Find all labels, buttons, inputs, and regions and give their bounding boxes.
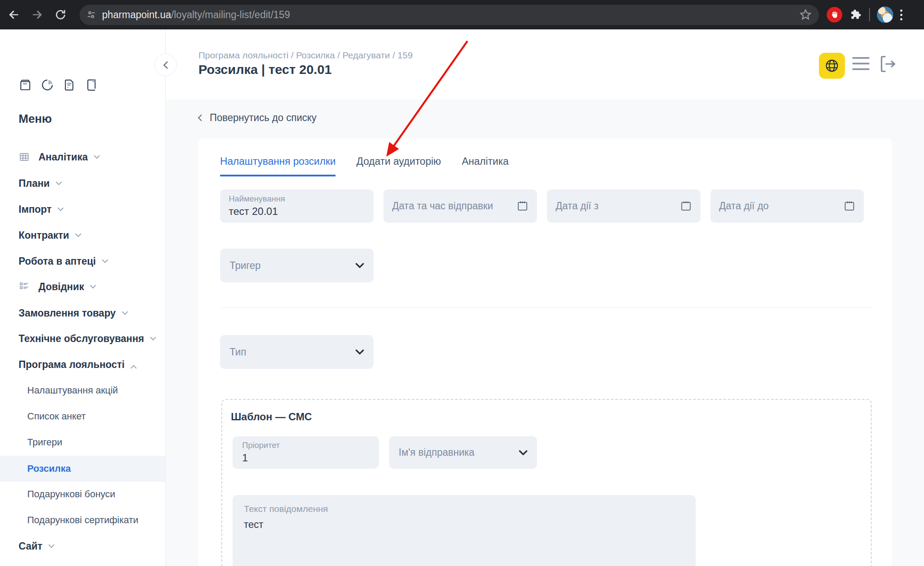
priority-field[interactable]: Пріоритет 1 <box>233 436 379 469</box>
sidebar-item-contracts[interactable]: Контракти <box>0 222 165 248</box>
hand-stop-icon <box>830 10 839 19</box>
logout-icon <box>877 54 898 74</box>
browser-menu-icon[interactable] <box>900 10 902 20</box>
sms-template-heading: Шаблон — СМС <box>231 411 312 423</box>
browser-reload-button[interactable] <box>51 5 70 24</box>
priority-field-label: Пріоритет <box>242 441 369 450</box>
page-title: Розсилка | тест 20.01 <box>198 62 332 77</box>
sender-name-select[interactable]: Ім'я відправника <box>389 436 537 469</box>
globe-icon <box>824 58 840 74</box>
message-text-value: тест <box>244 519 684 531</box>
sidebar-item-gift-certificates[interactable]: Подарункові сертифікати <box>0 507 165 533</box>
chevron-down-icon <box>56 179 62 185</box>
sidebar-item-loyalty-program[interactable]: Програма лояльності <box>0 352 165 377</box>
logout-button[interactable] <box>877 54 898 74</box>
date-to-field[interactable]: Дата дії до <box>710 189 864 223</box>
chevron-down-icon <box>355 349 364 355</box>
sidebar-item-import[interactable]: Імпорт <box>0 196 165 222</box>
sidebar-item-analytics[interactable]: Аналітика <box>0 144 165 170</box>
url-text: pharmapoint.ua/loyalty/mailing-list/edit… <box>102 9 799 21</box>
chevron-left-icon <box>198 115 205 122</box>
collapse-sidebar-button[interactable] <box>154 54 177 76</box>
sidebar-item-gift-bonuses[interactable]: Подарункові бонуси <box>0 481 165 507</box>
chevron-left-icon <box>163 61 171 69</box>
chevron-down-icon <box>90 282 96 288</box>
sidebar-item-maintenance[interactable]: Технічне обслуговування <box>0 326 165 352</box>
list-icon <box>19 281 30 292</box>
chevron-down-icon <box>355 263 364 268</box>
back-to-list-link[interactable]: Повернутись до списку <box>199 112 317 124</box>
section-divider <box>220 307 872 308</box>
sidebar-item-directory[interactable]: Довідник <box>0 274 165 300</box>
chevron-down-icon <box>94 153 100 159</box>
reload-icon <box>54 9 67 21</box>
site-info-icon[interactable] <box>86 9 97 20</box>
chevron-down-icon <box>48 542 54 548</box>
sidebar-item-triggers[interactable]: Тригери <box>0 429 165 455</box>
extensions-icon[interactable] <box>849 8 862 21</box>
table-grid-icon <box>19 151 30 163</box>
archive-box-icon[interactable] <box>19 78 32 92</box>
browser-forward-button[interactable] <box>28 5 47 24</box>
sidebar: Меню Аналітика Плани Імпорт Контракти Ро… <box>0 29 166 566</box>
trigger-select[interactable]: Тригер <box>220 249 374 282</box>
sidebar-item-product-orders[interactable]: Замовлення товару <box>0 300 165 326</box>
profile-avatar[interactable] <box>877 6 893 23</box>
book-icon[interactable] <box>85 78 98 92</box>
chevron-down-icon <box>150 334 156 340</box>
calendar-icon <box>680 200 692 212</box>
adblock-extension-icon[interactable] <box>827 7 842 22</box>
mailing-edit-card: Налаштування розсилки Додати аудиторію А… <box>198 138 892 566</box>
chevron-down-icon <box>75 231 81 237</box>
sidebar-item-pharmacy-work[interactable]: Робота в аптеці <box>0 248 165 274</box>
sidebar-item-survey-list[interactable]: Список анкет <box>0 403 165 429</box>
send-datetime-field[interactable]: Дата та час відправки <box>384 189 537 223</box>
priority-field-value: 1 <box>242 452 369 464</box>
tab-add-audience[interactable]: Додати аудиторію <box>356 156 441 176</box>
address-bar[interactable]: pharmapoint.ua/loyalty/mailing-list/edit… <box>80 5 819 25</box>
back-icon <box>7 8 20 21</box>
sidebar-item-site[interactable]: Сайт <box>0 533 165 559</box>
browser-toolbar: pharmapoint.ua/loyalty/mailing-list/edit… <box>0 0 924 29</box>
chevron-down-icon <box>122 309 128 315</box>
sidebar-menu-title: Меню <box>19 112 52 126</box>
name-field-label: Найменування <box>229 194 365 204</box>
message-text-field[interactable]: Текст повідомлення тест <box>233 495 696 566</box>
date-from-field[interactable]: Дата дії з <box>547 189 700 223</box>
tab-bar: Налаштування розсилки Додати аудиторію А… <box>220 156 508 176</box>
sidebar-item-promo-settings[interactable]: Налаштування акцій <box>0 377 165 403</box>
bookmark-star-icon[interactable] <box>799 8 812 21</box>
calendar-icon <box>517 200 528 212</box>
chevron-down-icon <box>519 450 528 455</box>
forward-icon <box>31 8 44 21</box>
tab-mailing-settings[interactable]: Налаштування розсилки <box>220 156 336 176</box>
language-button[interactable] <box>819 53 845 79</box>
browser-back-button[interactable] <box>4 5 23 24</box>
file-icon[interactable] <box>63 78 76 92</box>
sidebar-item-instruction[interactable]: Інструкція <box>0 559 165 566</box>
tab-analytics[interactable]: Аналітика <box>462 156 508 176</box>
message-text-label: Текст повідомлення <box>244 504 684 514</box>
page-header: Програма лояльності / Розсилка / Редагув… <box>166 29 924 99</box>
chevron-up-icon <box>131 365 137 371</box>
hamburger-menu-icon[interactable] <box>852 57 870 70</box>
sidebar-item-mailing[interactable]: Розсилка <box>0 456 165 482</box>
type-select[interactable]: Тип <box>220 335 374 369</box>
name-field[interactable]: Найменування тест 20.01 <box>220 189 374 223</box>
pie-chart-icon[interactable] <box>41 78 54 92</box>
breadcrumb: Програма лояльності / Розсилка / Редагув… <box>198 50 412 61</box>
chevron-down-icon <box>102 257 108 263</box>
name-field-value: тест 20.01 <box>229 205 365 217</box>
chevron-down-icon <box>58 205 64 211</box>
calendar-icon <box>844 200 855 212</box>
toolbar-separator <box>869 8 870 21</box>
sidebar-item-plans[interactable]: Плани <box>0 170 165 196</box>
